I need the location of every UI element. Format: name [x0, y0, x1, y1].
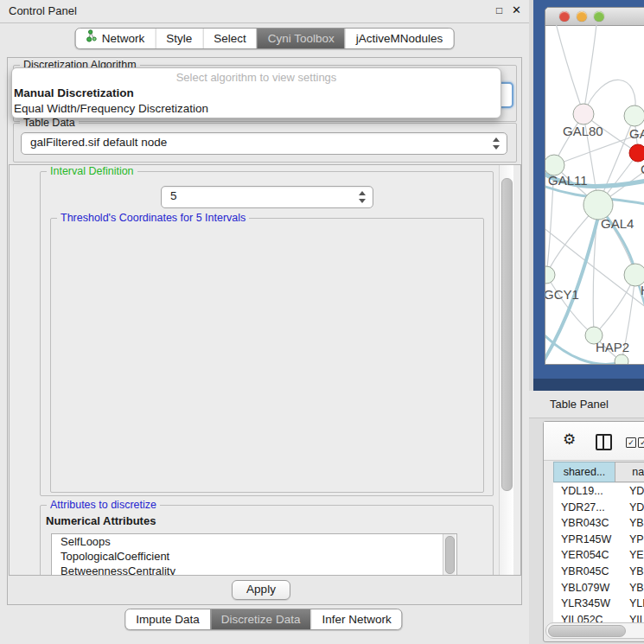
attributes-list-scrollbar-thumb[interactable]	[445, 536, 455, 574]
table-data-group-title: Table Data	[20, 117, 79, 129]
network-node-label: H	[641, 283, 644, 297]
attributes-group-title: Attributes to discretize	[47, 499, 160, 511]
table-data-combobox-value: galFiltered.sif default node	[30, 136, 167, 149]
network-node-label: GAL4	[601, 216, 634, 231]
tab-network[interactable]: Network	[76, 29, 156, 48]
table-header-row: shared...name	[544, 462, 644, 482]
settings-scrollbar-thumb[interactable]	[501, 178, 513, 491]
float-icon[interactable]: □	[496, 4, 502, 16]
table-panel: Table Panel ⚙ ✓ ✓ shared...name YDL19...…	[529, 391, 644, 644]
network-node-label: GCY1	[545, 287, 579, 302]
table-row[interactable]: YLR345WYLR3	[553, 596, 644, 612]
bottom-tab-discretize-data[interactable]: Discretize Data	[210, 609, 311, 629]
table-cell-shared-name: YDR27...	[561, 500, 605, 516]
window-close-icon[interactable]	[559, 11, 570, 22]
network-icon	[86, 29, 98, 48]
table-row[interactable]: YBR043CYBR0	[553, 515, 644, 532]
network-canvas[interactable]: GAL80GACGAL11GAL4GCY1HHAP2	[545, 25, 644, 364]
tab-select[interactable]: Select	[202, 29, 257, 48]
settings-vertical-scrollbar[interactable]	[499, 165, 513, 575]
table-data-combobox[interactable]: galFiltered.sif default node	[21, 132, 507, 155]
tab-label: jActiveMNodules	[356, 29, 443, 48]
table-cell-name: YDL1	[629, 483, 644, 500]
table-cell-shared-name: YBR043C	[561, 515, 609, 532]
number-of-intervals-combobox[interactable]: 5	[161, 186, 373, 208]
control-panel-tab-bar: NetworkStyleSelectCyni ToolboxjActiveMNo…	[75, 28, 455, 49]
table-cell-shared-name: YER054C	[561, 547, 609, 564]
network-node[interactable]	[583, 190, 613, 220]
table-hscrollbar-thumb[interactable]	[548, 625, 626, 637]
network-window-titlebar[interactable]	[545, 8, 644, 26]
network-node-label: C	[641, 162, 644, 176]
algorithm-option-equal-width-frequency-discretization[interactable]: Equal Width/Frequency Discretization	[12, 101, 501, 117]
checkbox-icon[interactable]: ✓	[626, 437, 636, 448]
algorithm-dropdown-hint: Select algorithm to view settings	[12, 68, 501, 86]
table-column-header-shared-[interactable]: shared...	[553, 462, 615, 482]
combo-stepper-icon[interactable]	[358, 187, 367, 207]
network-node-label: GAL80	[563, 124, 603, 138]
tab-jactivemnodules[interactable]: jActiveMNodules	[345, 29, 454, 48]
table-cell-shared-name: YBL079W	[561, 580, 609, 596]
tab-style[interactable]: Style	[155, 29, 202, 48]
network-node[interactable]	[545, 266, 555, 284]
bottom-tab-infer-network[interactable]: Infer Network	[310, 609, 401, 629]
table-panel-titlebar: Table Panel	[529, 391, 644, 418]
attribute-item-selfloops[interactable]: SelfLoops	[52, 534, 456, 549]
network-edge	[554, 25, 583, 114]
algorithm-option-manual-discretization[interactable]: Manual Discretization	[12, 86, 501, 101]
combo-stepper-icon[interactable]	[492, 133, 501, 154]
window-minimize-icon[interactable]	[577, 11, 587, 22]
table-row[interactable]: YDR27...YDR2	[553, 500, 644, 516]
algorithm-dropdown-popup: Select algorithm to view settings Manual…	[11, 67, 501, 118]
control-panel-title: Control Panel	[9, 4, 77, 17]
attribute-item-betweennesscentrality[interactable]: BetweennessCentrality	[52, 564, 456, 576]
table-column-header-name[interactable]: name	[615, 462, 644, 482]
table-toolbar: ⚙ ✓ ✓	[544, 422, 644, 461]
table-cell-name: YDR2	[629, 500, 644, 516]
bottom-tab-label: Infer Network	[322, 609, 391, 629]
attributes-list-scrollbar[interactable]	[443, 534, 456, 575]
app-window: Control Panel □ ✕ NetworkStyleSelectCyni…	[0, 0, 644, 644]
table-cell-shared-name: YLR345W	[561, 596, 610, 612]
close-icon[interactable]: ✕	[512, 3, 521, 16]
window-zoom-icon[interactable]	[594, 11, 604, 22]
attribute-item-topologicalcoefficient[interactable]: TopologicalCoefficient	[52, 549, 456, 564]
network-frame-band	[533, 379, 644, 391]
numerical-attributes-list[interactable]: SelfLoopsTopologicalCoefficientBetweenne…	[51, 533, 457, 576]
network-node[interactable]	[615, 354, 628, 364]
table-row[interactable]: YBR045CYBR0	[553, 564, 644, 580]
network-node[interactable]	[573, 104, 594, 124]
tab-label: Style	[166, 29, 192, 48]
table-row[interactable]: YPR145WYPR1	[553, 532, 644, 548]
table-cell-name: YPR1	[629, 532, 644, 548]
table-rows: YDL19...YDL1YDR27...YDR2YBR043CYBR0YPR14…	[553, 483, 644, 623]
thresholds-group-title: Threshold's Coordinates for 5 Intervals	[57, 212, 249, 224]
network-node[interactable]	[629, 144, 644, 162]
bottom-tab-label: Discretize Data	[221, 609, 301, 629]
network-node[interactable]	[624, 105, 644, 126]
tab-label: Network	[102, 29, 145, 48]
interval-definition-group-title: Interval Definition	[47, 165, 137, 177]
table-row[interactable]: YDL19...YDL1	[553, 483, 644, 500]
bottom-tab-impute-data[interactable]: Impute Data	[125, 609, 210, 629]
table-row[interactable]: YBL079WYBL0	[553, 580, 644, 596]
network-node-label: GA	[629, 126, 644, 141]
apply-button[interactable]: Apply	[232, 580, 290, 600]
checkbox-icon[interactable]: ✓	[638, 437, 644, 448]
table-cell-name: YLR3	[629, 596, 644, 612]
table-panel-title: Table Panel	[550, 398, 609, 411]
table-cell-shared-name: YDL19...	[561, 483, 603, 500]
split-view-icon[interactable]	[596, 434, 612, 450]
table-cell-shared-name: YBR045C	[561, 564, 609, 580]
table-row[interactable]: YER054CYER0	[553, 547, 644, 564]
number-of-intervals-value: 5	[170, 189, 177, 202]
network-window: GAL80GACGAL11GAL4GCY1HHAP2	[545, 7, 644, 365]
table-horizontal-scrollbar[interactable]	[545, 622, 644, 639]
bottom-tab-label: Impute Data	[136, 609, 200, 629]
tab-cyni-toolbox[interactable]: Cyni Toolbox	[257, 29, 345, 48]
node-table-widget: ⚙ ✓ ✓ shared...name YDL19...YDL1YDR27...…	[543, 421, 644, 642]
network-node-label: GAL11	[548, 173, 588, 188]
gear-icon[interactable]: ⚙	[563, 431, 576, 449]
network-graph: GAL80GACGAL11GAL4GCY1HHAP2	[545, 25, 644, 364]
table-cell-name: YBR0	[629, 564, 644, 580]
